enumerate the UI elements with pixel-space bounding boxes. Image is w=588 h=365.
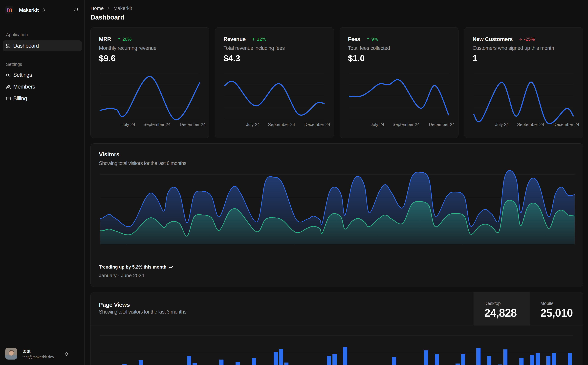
svg-text:December 24: December 24 bbox=[304, 122, 330, 127]
svg-text:December 24: December 24 bbox=[553, 122, 579, 127]
svg-text:July 24: July 24 bbox=[495, 122, 509, 127]
svg-text:September 24: September 24 bbox=[143, 122, 170, 127]
svg-text:September 24: September 24 bbox=[393, 122, 419, 127]
svg-text:December 24: December 24 bbox=[180, 122, 206, 127]
svg-text:m: m bbox=[6, 6, 12, 14]
svg-text:July 24: July 24 bbox=[122, 122, 135, 127]
svg-text:July 24: July 24 bbox=[371, 122, 384, 127]
svg-text:September 24: September 24 bbox=[268, 122, 295, 127]
svg-text:September 24: September 24 bbox=[517, 122, 544, 127]
svg-text:December 24: December 24 bbox=[429, 122, 455, 127]
svg-text:July 24: July 24 bbox=[246, 122, 260, 127]
